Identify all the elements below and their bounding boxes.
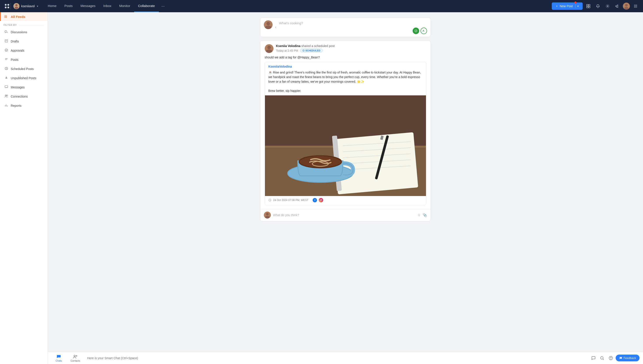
nav-actions: ＋ New Post ▼ <box>552 2 640 10</box>
sidebar-item-unpublished-posts[interactable]: Unpublished Posts <box>0 74 48 83</box>
post-footer-meta: 24 Oct 2024 07:08 PM, WEST · f <box>265 196 426 205</box>
composer-input[interactable] <box>279 20 427 26</box>
emoji-icon[interactable]: ☺ <box>417 213 421 217</box>
post-author-line: Kseniia Volodina shared a scheduled post <box>276 44 426 48</box>
sidebar-item-drafts[interactable]: Drafts <box>0 37 48 46</box>
post-card: Kseniia Volodina shared a scheduled post… <box>260 40 431 222</box>
post-time: Today at 2:45 PM <box>276 49 298 52</box>
nav-home[interactable]: Home <box>44 0 60 12</box>
sidebar: ⊞ All Feeds FILTER BY Discussions Drafts… <box>0 12 48 364</box>
svg-rect-26 <box>5 86 8 88</box>
svg-point-3 <box>8 6 9 8</box>
svg-point-19 <box>634 7 635 8</box>
svg-point-17 <box>635 6 636 6</box>
svg-point-20 <box>635 7 636 8</box>
connections-icon <box>4 94 8 99</box>
svg-point-21 <box>636 7 637 8</box>
svg-point-27 <box>5 95 6 96</box>
sidebar-item-discussions[interactable]: Discussions <box>0 28 48 37</box>
bottom-right-icons: Feedback <box>590 354 640 362</box>
post-author-name: Kseniia Volodina <box>276 44 300 48</box>
svg-rect-8 <box>586 6 588 8</box>
svg-point-15 <box>636 5 637 6</box>
sidebar-item-connections[interactable]: Connections <box>0 92 48 101</box>
facebook-icon: f <box>313 198 317 202</box>
post-inner-author[interactable]: KseniiaVolodina <box>268 65 292 68</box>
contacts-nav-item[interactable]: Contacts <box>66 353 84 363</box>
smart-chat-input[interactable] <box>84 354 590 362</box>
nav-monitor[interactable]: Monitor <box>115 0 134 12</box>
svg-point-13 <box>634 5 635 6</box>
bell-icon-button[interactable] <box>594 2 602 10</box>
nav-links: Home Posts Messages Inbox Monitor Collab… <box>44 0 552 12</box>
chat-bubble-icon-button[interactable] <box>590 354 597 362</box>
post-inner-header: KseniiaVolodina <box>265 62 426 70</box>
svg-point-1 <box>8 4 9 6</box>
main-content: ⊞ All Feeds FILTER BY Discussions Drafts… <box>0 12 643 364</box>
sidebar-item-posts[interactable]: Posts <box>0 55 48 64</box>
composer-icon-2[interactable] <box>420 28 427 34</box>
svg-point-24 <box>5 49 8 52</box>
svg-point-22 <box>5 30 7 32</box>
svg-point-12 <box>624 7 628 10</box>
composer-input-area <box>279 20 427 34</box>
content-area: ‹ <box>48 12 643 364</box>
app-logo[interactable] <box>4 2 10 10</box>
unpublished-posts-label: Unpublished Posts <box>11 76 36 80</box>
apps-icon-button[interactable] <box>632 2 640 10</box>
user-avatar[interactable] <box>623 2 630 10</box>
composer-icon-1[interactable] <box>412 28 419 34</box>
sidebar-item-scheduled-posts[interactable]: Scheduled Posts <box>0 64 48 74</box>
chats-icon <box>56 354 61 359</box>
svg-point-29 <box>266 22 270 26</box>
chats-nav-item[interactable]: Chats <box>51 353 66 363</box>
post-inner-card: KseniiaVolodina ☕ Rise and grind! There'… <box>265 62 426 205</box>
sidebar-item-all-feeds[interactable]: ⊞ All Feeds <box>0 12 48 21</box>
help-icon-button[interactable] <box>607 354 615 362</box>
sidebar-item-messages[interactable]: Messages <box>0 83 48 92</box>
feed-container: ‹ <box>48 12 643 352</box>
svg-point-11 <box>625 4 628 6</box>
grid-icon-button[interactable] <box>584 2 592 10</box>
svg-point-33 <box>266 50 272 53</box>
svg-point-58 <box>74 355 76 356</box>
post-meta: Kseniia Volodina shared a scheduled post… <box>276 44 426 52</box>
svg-point-61 <box>610 359 611 360</box>
all-feeds-label: All Feeds <box>11 15 26 18</box>
account-switcher[interactable]: kseniiavol ▼ <box>13 3 38 9</box>
comment-input[interactable] <box>273 213 415 217</box>
settings-icon-button[interactable] <box>604 2 612 10</box>
feedback-button[interactable]: Feedback <box>616 354 640 362</box>
contacts-label: Contacts <box>71 360 80 362</box>
sidebar-item-approvals[interactable]: Approvals <box>0 46 48 55</box>
nav-inbox[interactable]: Inbox <box>99 0 115 12</box>
nav-collaborate[interactable]: Collaborate <box>134 0 159 12</box>
top-navigation: kseniiavol ▼ Home Posts Messages Inbox M… <box>0 0 643 12</box>
svg-point-59 <box>600 356 603 359</box>
megaphone-icon-button[interactable] <box>613 2 621 10</box>
nav-messages[interactable]: Messages <box>76 0 99 12</box>
scheduled-badge: SCHEDULED <box>300 48 323 52</box>
bottom-bar: Chats Contacts Feedback <box>48 352 643 364</box>
scheduled-label: SCHEDULED <box>306 49 320 52</box>
discussions-icon <box>4 30 8 34</box>
sidebar-item-reports[interactable]: Reports <box>0 101 48 110</box>
instagram-icon <box>319 198 323 202</box>
attachment-icon[interactable]: 📎 <box>423 213 427 217</box>
plus-icon: ＋ <box>555 4 558 8</box>
svg-point-18 <box>636 6 637 6</box>
svg-point-5 <box>15 7 18 9</box>
posts-icon <box>4 58 8 62</box>
nav-more-icon[interactable]: ··· <box>159 4 167 8</box>
post-question: should we add a tag for @Happy_Bean? <box>265 56 426 59</box>
drafts-icon <box>4 39 8 44</box>
nav-posts[interactable]: Posts <box>60 0 76 12</box>
search-icon-button[interactable] <box>598 354 606 362</box>
svg-point-57 <box>265 216 270 218</box>
messages-label: Messages <box>11 86 25 89</box>
scheduled-posts-label: Scheduled Posts <box>11 67 34 71</box>
unpublished-posts-icon <box>4 76 8 80</box>
messages-icon <box>4 85 8 90</box>
svg-point-55 <box>322 199 322 200</box>
new-post-button[interactable]: ＋ New Post ▼ <box>552 2 582 10</box>
